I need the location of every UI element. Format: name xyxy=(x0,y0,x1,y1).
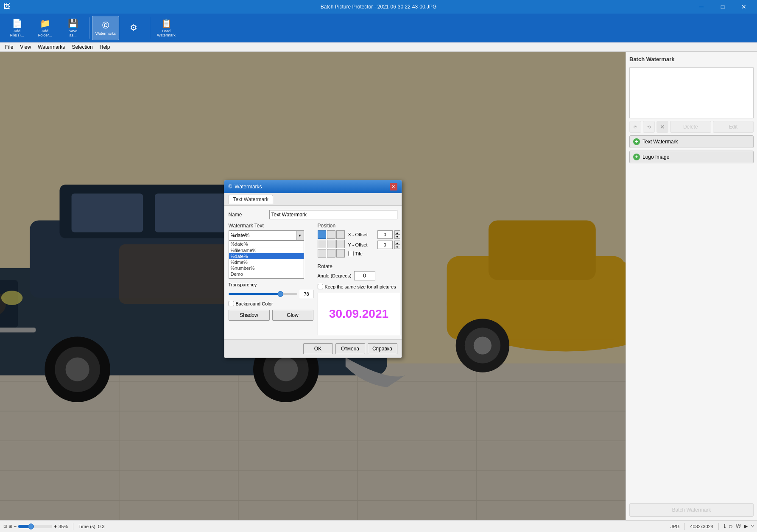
zoom-in-button[interactable]: + xyxy=(54,524,57,529)
add-files-button[interactable]: 📄 AddFile(s)... xyxy=(3,16,31,40)
save-as-button[interactable]: 💾 Saveas... xyxy=(59,16,87,40)
menu-file[interactable]: File xyxy=(2,43,17,51)
panel-move-up-button[interactable]: ⟳ xyxy=(629,121,641,133)
dialog-title-icon: © xyxy=(229,184,232,190)
same-size-label: Keep the same size for all pictures xyxy=(325,284,396,289)
settings-button[interactable]: ⚙ xyxy=(120,16,147,40)
dialog-title-text: Watermarks xyxy=(235,184,262,190)
toolbar-separator-1 xyxy=(89,17,89,39)
pos-top-left[interactable] xyxy=(318,230,326,239)
dropdown-item-date-selected[interactable]: %date% xyxy=(229,253,304,259)
dropdown-item-demo[interactable]: Demo xyxy=(229,271,304,277)
dialog-title: © Watermarks xyxy=(229,184,262,190)
dialog-body: Name Watermark Text xyxy=(224,206,402,339)
info-icon[interactable]: ℹ xyxy=(724,524,726,529)
pos-bot-left[interactable] xyxy=(318,249,326,258)
menubar: File View Watermarks Selection Help xyxy=(0,42,757,52)
pos-mid-center[interactable] xyxy=(327,240,335,248)
social-w-icon[interactable]: 𝕎 xyxy=(736,524,741,529)
name-input[interactable] xyxy=(269,210,397,219)
logo-image-button[interactable]: + Logo Image xyxy=(629,151,754,163)
window-title: Batch Picture Protector - 2021-06-30 22-… xyxy=(321,4,436,10)
menu-view[interactable]: View xyxy=(17,43,34,51)
menu-watermarks[interactable]: Watermarks xyxy=(34,43,68,51)
tab-text-watermark[interactable]: Text Watermark xyxy=(229,195,274,204)
text-watermark-button[interactable]: + Text Watermark xyxy=(629,135,754,148)
shadow-button[interactable]: Shadow xyxy=(229,310,270,321)
ok-button[interactable]: OK xyxy=(303,343,333,354)
y-offset-up[interactable]: ▲ xyxy=(394,241,400,245)
pos-mid-left[interactable] xyxy=(318,240,326,248)
position-section: Position xyxy=(318,223,400,260)
zoom-level: 35% xyxy=(59,524,68,529)
load-watermark-icon: 📋 xyxy=(161,18,172,28)
question-icon[interactable]: ? xyxy=(751,524,754,529)
background-color-label: Background Color xyxy=(236,301,273,306)
pos-mid-right[interactable] xyxy=(336,240,345,248)
dialog-left-column: Watermark Text ▼ %date% xyxy=(229,223,313,335)
dropdown-list: %date% %filename% %date% %time% %number%… xyxy=(229,241,304,279)
dropdown-text-input[interactable] xyxy=(229,231,296,240)
text-watermark-plus-icon: + xyxy=(633,138,640,145)
x-offset-down[interactable]: ▼ xyxy=(394,235,400,239)
glow-button[interactable]: Glow xyxy=(272,310,313,321)
close-button[interactable]: ✕ xyxy=(734,0,754,14)
dropdown-item-number[interactable]: %number% xyxy=(229,265,304,271)
panel-delete-icon-button[interactable]: ✕ xyxy=(656,121,668,133)
batch-watermark-button[interactable]: Batch Watermark xyxy=(629,503,754,517)
same-size-checkbox[interactable] xyxy=(318,284,323,289)
pos-bot-center[interactable] xyxy=(327,249,335,258)
tile-checkbox[interactable] xyxy=(348,251,354,256)
y-offset-down[interactable]: ▼ xyxy=(394,245,400,249)
dropdown-item-date-header[interactable]: %date% xyxy=(229,241,304,247)
add-folder-label: AddFolder... xyxy=(38,29,52,38)
transparency-value-input[interactable] xyxy=(300,290,313,298)
y-offset-label: Y - Offset xyxy=(348,242,376,247)
transparency-slider[interactable] xyxy=(229,293,297,295)
dropdown-item-time[interactable]: %time% xyxy=(229,259,304,265)
maximize-button[interactable]: □ xyxy=(713,0,732,14)
actual-size-icon: ⊞ xyxy=(8,524,12,529)
dialog-close-button[interactable]: ✕ xyxy=(390,183,397,190)
menu-selection[interactable]: Selection xyxy=(68,43,96,51)
pos-top-center[interactable] xyxy=(327,230,335,239)
watermark-text-row: ▼ %date% %filename% %date% %time% %numbe… xyxy=(229,230,313,279)
angle-input[interactable] xyxy=(354,271,375,280)
tile-row: Tile xyxy=(348,251,400,256)
preview-text: 30.09.2021 xyxy=(329,307,388,321)
add-folder-button[interactable]: 📁 AddFolder... xyxy=(31,16,59,40)
pos-bot-right[interactable] xyxy=(336,249,345,258)
dropdown-item-filename[interactable]: %filename% xyxy=(229,247,304,253)
add-folder-icon: 📁 xyxy=(40,18,50,28)
panel-move-down-button[interactable]: ⟲ xyxy=(643,121,655,133)
copyright-icon[interactable]: © xyxy=(729,524,732,529)
pos-top-right[interactable] xyxy=(336,230,345,239)
watermarks-dialog: © Watermarks ✕ Text Watermark Name xyxy=(224,180,402,358)
y-offset-input[interactable] xyxy=(377,241,393,249)
play-icon[interactable]: ▶ xyxy=(744,524,748,529)
dropdown-arrow-button[interactable]: ▼ xyxy=(296,231,304,240)
zoom-controls: ⊡ ⊞ − + 35% xyxy=(3,524,68,529)
transparency-row: Transparency xyxy=(229,282,313,287)
load-watermark-button[interactable]: 📋 LoadWatermark xyxy=(153,16,180,40)
save-as-label: Saveas... xyxy=(69,29,78,38)
zoom-out-button[interactable]: − xyxy=(14,524,17,529)
x-offset-input[interactable] xyxy=(377,230,393,239)
menu-help[interactable]: Help xyxy=(96,43,114,51)
x-offset-up[interactable]: ▲ xyxy=(394,230,400,235)
background-color-row: Background Color xyxy=(229,301,313,306)
zoom-slider-thumb[interactable] xyxy=(28,524,34,529)
dropdown-item-demo-caps[interactable]: DEMO xyxy=(229,277,304,279)
minimize-button[interactable]: ─ xyxy=(692,0,711,14)
panel-delete-button[interactable]: Delete xyxy=(670,121,711,133)
help-button[interactable]: Справка xyxy=(368,343,397,354)
cancel-button[interactable]: Отмена xyxy=(335,343,365,354)
dialog-preview-area: 30.09.2021 xyxy=(318,293,400,335)
watermarks-button[interactable]: © Watermarks xyxy=(92,16,119,40)
effect-buttons-row: Shadow Glow xyxy=(229,310,313,321)
name-label: Name xyxy=(229,212,267,218)
toolbar: 📄 AddFile(s)... 📁 AddFolder... 💾 Saveas.… xyxy=(0,14,757,42)
dialog-two-columns: Watermark Text ▼ %date% xyxy=(229,223,397,335)
background-color-checkbox[interactable] xyxy=(229,301,234,306)
panel-edit-button[interactable]: Edit xyxy=(713,121,754,133)
